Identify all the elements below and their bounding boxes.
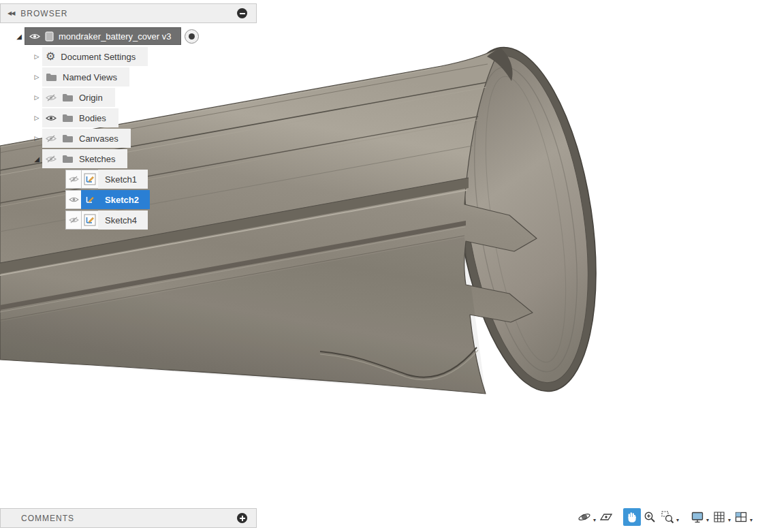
tree-row-named-views[interactable]: ▷ Named Views [0,67,199,87]
tree-row-origin[interactable]: ▷ Origin [0,87,199,108]
folder-icon [62,93,74,102]
tree-item-label: Sketch4 [105,215,137,225]
folder-icon [62,114,74,123]
visibility-eye-off-icon[interactable] [46,135,57,142]
visibility-eye-off-icon[interactable] [65,210,82,230]
zoom-button[interactable] [641,508,659,526]
root-component-bar[interactable]: mondraker_battery_cover v3 [25,27,181,45]
component-document-icon [45,31,54,42]
tree-row-sketch2-selected[interactable]: Sketch2 [0,189,199,210]
visibility-eye-icon[interactable] [46,114,57,122]
gear-icon: ⚙ [46,51,55,62]
expander-icon[interactable]: ▷ [31,53,42,60]
chevron-down-icon[interactable]: ▾ [676,517,679,523]
tree-item-label: Named Views [63,72,117,82]
browser-tree: ◢ mondraker_battery_cover v3 ▷ ⚙ Documen… [0,26,199,230]
orbit-button[interactable] [575,508,593,526]
tree-row-sketch4[interactable]: Sketch4 [0,210,199,230]
chevron-down-icon[interactable]: ▾ [706,517,709,523]
browser-panel-title: BROWSER [20,9,67,18]
visibility-eye-icon[interactable] [65,190,82,209]
expander-icon[interactable]: ◢ [31,155,42,163]
tree-item-label: Canvases [79,134,119,144]
browser-panel-header: ◀◀ BROWSER [0,3,257,23]
minimize-browser-button[interactable] [237,8,247,18]
visibility-eye-off-icon[interactable] [46,94,57,101]
display-settings-button[interactable] [689,508,706,526]
viewports-icon [734,510,748,524]
grid-icon [712,510,726,524]
tree-item-label: Sketches [79,154,115,164]
comments-panel-title: COMMENTS [21,514,74,523]
chevron-down-icon[interactable]: ▾ [593,517,596,523]
visibility-eye-off-icon[interactable] [65,170,82,189]
zoom-magnifier-icon [643,510,657,524]
look-at-button[interactable] [597,508,615,526]
tree-item-label: Document Settings [61,52,136,62]
tree-item-label: Sketch1 [105,174,137,185]
expander-icon[interactable]: ▷ [31,74,42,80]
chevron-down-icon[interactable]: ▾ [728,517,731,523]
comments-panel-header: COMMENTS [0,508,257,528]
display-settings-monitor-icon [691,510,704,524]
tree-item-label: Bodies [79,113,106,123]
fit-button[interactable] [659,508,676,526]
folder-icon [62,155,74,163]
activate-component-radio-icon[interactable] [185,29,199,44]
sketch-icon [81,170,99,189]
tree-item-label: Origin [79,93,103,103]
sketch-icon [81,210,99,230]
chevron-down-icon[interactable]: ▾ [750,517,753,523]
pan-button[interactable] [623,508,641,526]
visibility-eye-off-icon[interactable] [46,155,57,163]
tree-row-bodies[interactable]: ▷ Bodies [0,108,199,128]
tree-row-sketches[interactable]: ◢ Sketches [0,148,199,169]
expander-icon[interactable]: ▷ [31,114,42,121]
pan-hand-icon [625,510,639,524]
navigation-toolbar: ▾ ▾ [575,507,754,527]
grid-snaps-button[interactable] [710,508,728,526]
look-at-icon [599,510,613,524]
sketch-icon [81,190,99,209]
visibility-eye-icon[interactable] [29,33,40,40]
collapse-panel-icon[interactable]: ◀◀ [7,10,14,16]
fit-zoom-window-icon [661,510,674,524]
orbit-icon [578,510,591,524]
tree-row-canvases[interactable]: ▷ Canvases [0,128,199,148]
root-component-label: mondraker_battery_cover v3 [59,31,171,42]
folder-icon [46,73,57,82]
expander-icon[interactable]: ◢ [14,33,25,40]
add-comment-button[interactable] [237,513,247,523]
tree-row-sketch1[interactable]: Sketch1 [0,169,199,189]
expander-icon[interactable]: ▷ [31,94,42,101]
tree-row-document-settings[interactable]: ▷ ⚙ Document Settings [0,46,199,67]
folder-icon [62,134,74,143]
tree-item-label: Sketch2 [105,195,139,205]
viewports-button[interactable] [732,508,750,526]
tree-row-root-component[interactable]: ◢ mondraker_battery_cover v3 [0,26,199,46]
expander-icon[interactable]: ▷ [31,135,42,142]
